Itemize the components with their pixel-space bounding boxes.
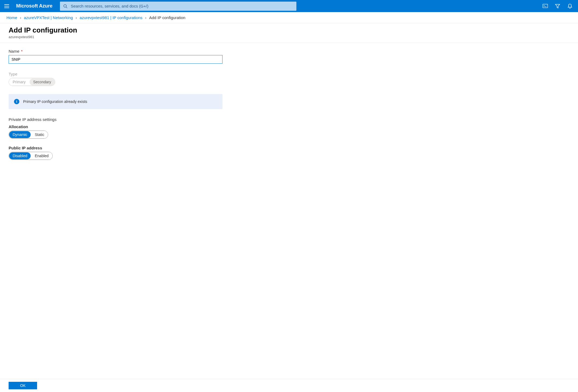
breadcrumb-home[interactable]: Home	[6, 15, 17, 20]
info-message: Primary IP configuration already exists	[23, 99, 87, 104]
svg-rect-2	[543, 4, 548, 8]
top-actions	[543, 3, 575, 9]
field-allocation: Allocation Dynamic Static	[9, 124, 222, 139]
search-icon	[63, 4, 67, 8]
allocation-label: Allocation	[9, 124, 222, 129]
required-marker: *	[21, 49, 23, 53]
type-option-secondary: Secondary	[30, 78, 55, 85]
chevron-right-icon: ›	[76, 15, 77, 20]
info-icon: i	[14, 99, 19, 104]
allocation-option-static[interactable]: Static	[31, 131, 48, 138]
name-label: Name *	[9, 49, 222, 53]
type-toggle: Primary Secondary	[9, 78, 55, 86]
page-title: Add IP configuration	[9, 26, 569, 34]
info-box: i Primary IP configuration already exist…	[9, 94, 222, 109]
chevron-right-icon: ›	[20, 15, 21, 20]
filter-icon[interactable]	[555, 3, 560, 9]
public-ip-toggle[interactable]: Disabled Enabled	[9, 152, 53, 160]
hamburger-menu-icon[interactable]	[4, 2, 12, 10]
breadcrumb-networking[interactable]: azureVPXTest | Networking	[24, 15, 73, 20]
type-option-primary: Primary	[9, 78, 29, 86]
notifications-icon[interactable]	[567, 3, 573, 9]
page-subtitle: azurevpxtest981	[9, 35, 569, 39]
svg-line-1	[66, 7, 67, 8]
public-ip-option-disabled[interactable]: Disabled	[9, 152, 31, 159]
public-ip-label: Public IP address	[9, 146, 222, 150]
private-ip-heading: Private IP address settings	[9, 117, 222, 122]
svg-point-0	[64, 5, 66, 7]
breadcrumb-ip-configurations[interactable]: azurevpxtest981 | IP configurations	[80, 15, 142, 20]
chevron-right-icon: ›	[145, 15, 146, 20]
global-search[interactable]	[60, 2, 296, 11]
allocation-toggle[interactable]: Dynamic Static	[9, 131, 48, 139]
field-public-ip: Public IP address Disabled Enabled	[9, 146, 222, 160]
name-input[interactable]	[9, 55, 222, 64]
page-head: Add IP configuration azurevpxtest981	[0, 23, 578, 43]
brand-label[interactable]: Microsoft Azure	[16, 3, 52, 9]
breadcrumb: Home › azureVPXTest | Networking › azure…	[0, 12, 578, 23]
field-name: Name *	[9, 49, 222, 64]
breadcrumb-current: Add IP configuration	[149, 15, 185, 20]
search-input[interactable]	[71, 4, 293, 8]
form-body: Name * Type Primary Secondary i Primary …	[0, 43, 231, 173]
top-bar: Microsoft Azure	[0, 0, 578, 12]
field-type: Type Primary Secondary	[9, 72, 222, 86]
type-label: Type	[9, 72, 222, 76]
cloud-shell-icon[interactable]	[543, 3, 548, 9]
allocation-option-dynamic[interactable]: Dynamic	[9, 131, 31, 138]
public-ip-option-enabled[interactable]: Enabled	[31, 152, 52, 160]
